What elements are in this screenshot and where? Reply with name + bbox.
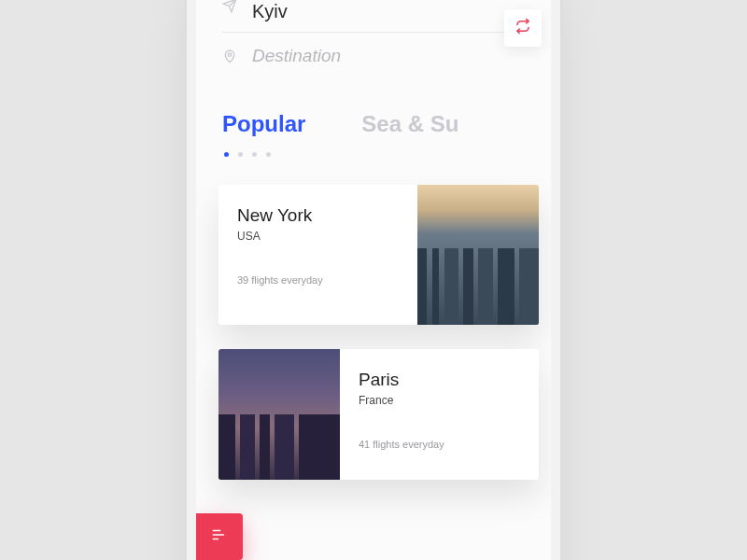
card-image (417, 185, 539, 325)
card-city: New York (237, 205, 399, 226)
menu-fab[interactable] (196, 513, 243, 560)
paper-plane-icon (222, 0, 237, 13)
page-dot (266, 152, 271, 157)
page-dot (252, 152, 257, 157)
card-flights: 39 flights everyday (237, 274, 399, 286)
destination-field[interactable]: Destination (222, 33, 525, 76)
page-indicator (222, 152, 525, 157)
destination-card[interactable]: New York USA 39 flights everyday (218, 185, 539, 325)
svg-point-0 (228, 53, 231, 56)
card-flights: 41 flights everyday (359, 439, 520, 450)
card-image (218, 349, 340, 480)
page-dot (224, 152, 229, 157)
departure-field[interactable]: Departure Kyiv (222, 0, 525, 33)
app-screen: Departure Kyiv Destination (196, 0, 551, 560)
departure-value: Kyiv (252, 1, 525, 22)
card-country: France (359, 394, 520, 407)
page-dot (238, 152, 243, 157)
category-tabs: Popular Sea & Su (222, 111, 525, 137)
tab-popular[interactable]: Popular (222, 111, 305, 137)
destination-placeholder: Destination (252, 46, 525, 66)
card-country: USA (237, 230, 399, 243)
swap-button[interactable] (504, 9, 542, 47)
tab-sea-sun[interactable]: Sea & Su (361, 111, 458, 137)
phone-frame: Departure Kyiv Destination (196, 0, 551, 560)
destination-card[interactable]: Paris France 41 flights everyday (218, 349, 539, 480)
pin-icon (222, 49, 237, 63)
menu-icon (211, 528, 228, 545)
destination-cards: New York USA 39 flights everyday Paris F… (222, 185, 525, 480)
swap-icon (514, 18, 531, 38)
card-city: Paris (359, 370, 520, 390)
